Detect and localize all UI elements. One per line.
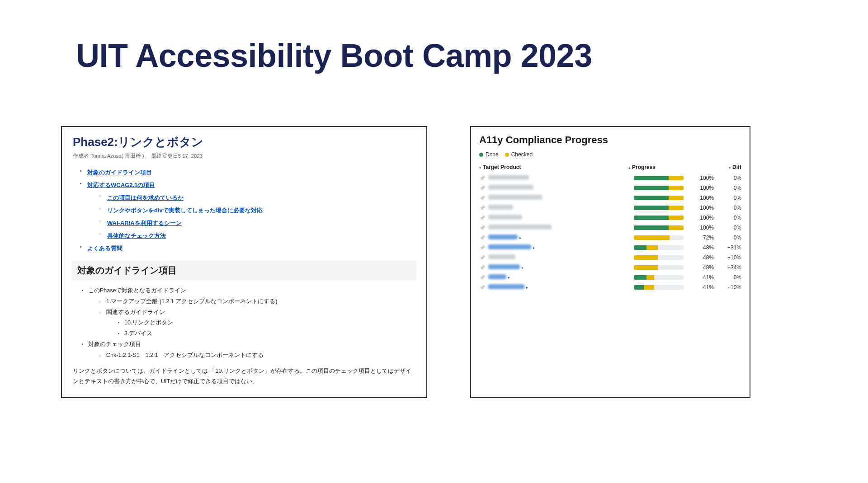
progress-bar <box>634 225 695 230</box>
progress-bar <box>634 265 695 270</box>
pin-icon: 📌 <box>479 245 486 250</box>
th-diff[interactable]: Diff <box>732 164 741 170</box>
slide-title: UIT Accessibility Boot Camp 2023 <box>76 37 868 74</box>
progress-bar <box>634 176 695 180</box>
row-product: 📌 <box>479 185 634 191</box>
toc-link-1[interactable]: 対象のガイドライン項目 <box>87 169 152 176</box>
body-l3a: 10.リンクとボタン <box>124 319 173 326</box>
body-l3b: 3.デバイス <box>124 330 152 337</box>
progress-bar <box>634 216 695 220</box>
toc-sublink-3[interactable]: WAI-ARIAを利用するシーン <box>107 220 182 226</box>
table-row: 📌100%0% <box>479 203 741 213</box>
sort-icon[interactable]: ▾ <box>729 165 731 170</box>
diff-value: +10% <box>717 284 741 291</box>
diff-value: 0% <box>717 205 741 211</box>
th-progress[interactable]: Progress <box>632 164 656 170</box>
body-l2a: 1.マークアップ全般 (1.2.1 アクセシブルなコンポーネントにする) <box>106 298 278 305</box>
product-name-redacted <box>488 215 522 220</box>
toc-link-2[interactable]: 対応するWCAG2.1の項目 <box>87 182 155 188</box>
table-row: 📌 ▸41%+10% <box>479 282 741 292</box>
table-row: 📌 ▸48%+31% <box>479 243 741 253</box>
pin-icon: 📌 <box>479 285 486 290</box>
phase-title: Phase2:リンクとボタン <box>73 134 415 150</box>
row-product: 📌 ▸ <box>479 244 634 251</box>
legend-done-label: Done <box>486 151 499 158</box>
body-l2b: 関連するガイドライン <box>106 309 165 315</box>
row-product: 📌 <box>479 225 634 231</box>
pin-icon: 📌 <box>479 265 486 270</box>
table-row: 📌100%0% <box>479 173 741 183</box>
progress-pct: 41% <box>695 274 717 281</box>
progress-pct: 41% <box>695 284 717 291</box>
pin-icon: 📌 <box>479 215 486 220</box>
pin-icon: 📌 <box>479 225 486 230</box>
progress-pct: 100% <box>695 225 717 231</box>
progress-bar <box>634 285 695 290</box>
product-name-redacted <box>488 234 518 239</box>
pin-icon: 📌 <box>479 185 486 191</box>
diff-value: +10% <box>717 254 741 261</box>
progress-pct: 100% <box>695 195 717 201</box>
body-l1b: 対象のチェック項目 <box>88 341 141 347</box>
author-line: 作成者 Tomita Azusa( 富田梓 )、 最終変更日5 17, 2023 <box>73 153 415 159</box>
document-panel: Phase2:リンクとボタン 作成者 Tomita Azusa( 富田梓 )、 … <box>61 126 427 398</box>
link-icon: ▸ <box>525 286 528 290</box>
progress-pct: 100% <box>695 215 717 221</box>
pin-icon: 📌 <box>479 235 486 240</box>
progress-pct: 100% <box>695 185 717 191</box>
diff-value: 0% <box>717 274 741 281</box>
section-header: 対象のガイドライン項目 <box>72 261 416 280</box>
row-product: 📌 <box>479 254 634 261</box>
progress-pct: 100% <box>695 205 717 211</box>
product-name-redacted <box>488 274 506 279</box>
diff-value: 0% <box>717 225 741 231</box>
product-name-redacted <box>488 264 520 269</box>
progress-panel: A11y Compliance Progress Done Checked ▾T… <box>470 126 750 398</box>
toc-sublink-4[interactable]: 具体的なチェック方法 <box>107 232 166 239</box>
table-row: 📌100%0% <box>479 193 741 203</box>
row-product: 📌 ▸ <box>479 274 634 281</box>
table-row: 📌 ▸48%+34% <box>479 263 741 272</box>
legend: Done Checked <box>479 151 741 158</box>
toc-sublink-2[interactable]: リンクやボタンをdivで実装してしまった場合に必要な対応 <box>107 207 263 214</box>
progress-bar <box>634 206 695 210</box>
diff-value: +34% <box>717 264 741 271</box>
product-name-redacted <box>488 225 552 230</box>
row-product: 📌 <box>479 215 634 221</box>
sort-icon[interactable]: ▴ <box>628 165 631 170</box>
link-icon: ▸ <box>519 236 521 240</box>
diff-value: +31% <box>717 244 741 251</box>
table-row: 📌100%0% <box>479 183 741 193</box>
progress-pct: 48% <box>695 244 717 251</box>
product-name-redacted <box>488 185 533 190</box>
diff-value: 0% <box>717 215 741 221</box>
table-row: 📌 ▸72%0% <box>479 233 741 243</box>
table-row: 📌100%0% <box>479 223 741 233</box>
progress-title: A11y Compliance Progress <box>479 134 741 146</box>
link-icon: ▸ <box>521 266 524 270</box>
link-icon: ▸ <box>532 246 535 250</box>
legend-done-dot <box>479 153 483 157</box>
product-name-redacted <box>488 284 524 289</box>
pin-icon: 📌 <box>479 205 486 211</box>
row-product: 📌 ▸ <box>479 234 634 241</box>
body-l2c: Chk-1.2.1-S1 1.2.1 アクセシブルなコンポーネントにする <box>106 352 264 358</box>
row-product: 📌 <box>479 195 634 201</box>
toc-link-3[interactable]: よくある質問 <box>87 245 123 252</box>
progress-pct: 48% <box>695 254 717 261</box>
sort-icon[interactable]: ▾ <box>479 165 481 170</box>
product-name-redacted <box>488 254 515 259</box>
legend-checked-dot <box>505 153 509 157</box>
th-product[interactable]: Target Product <box>483 164 521 170</box>
table-row: 📌48%+10% <box>479 253 741 263</box>
body-paragraph: リンクとボタンについては、ガイドラインとしては 「10.リンクとボタン」が存在す… <box>73 366 415 386</box>
legend-checked-label: Checked <box>511 151 533 158</box>
diff-value: 0% <box>717 175 741 181</box>
toc-sublink-1[interactable]: この項目は何を求めているか <box>107 194 184 201</box>
progress-bar <box>634 186 695 190</box>
pin-icon: 📌 <box>479 195 486 201</box>
progress-bar <box>634 245 695 250</box>
progress-bar <box>634 275 695 280</box>
progress-pct: 72% <box>695 234 717 241</box>
pin-icon: 📌 <box>479 255 486 260</box>
